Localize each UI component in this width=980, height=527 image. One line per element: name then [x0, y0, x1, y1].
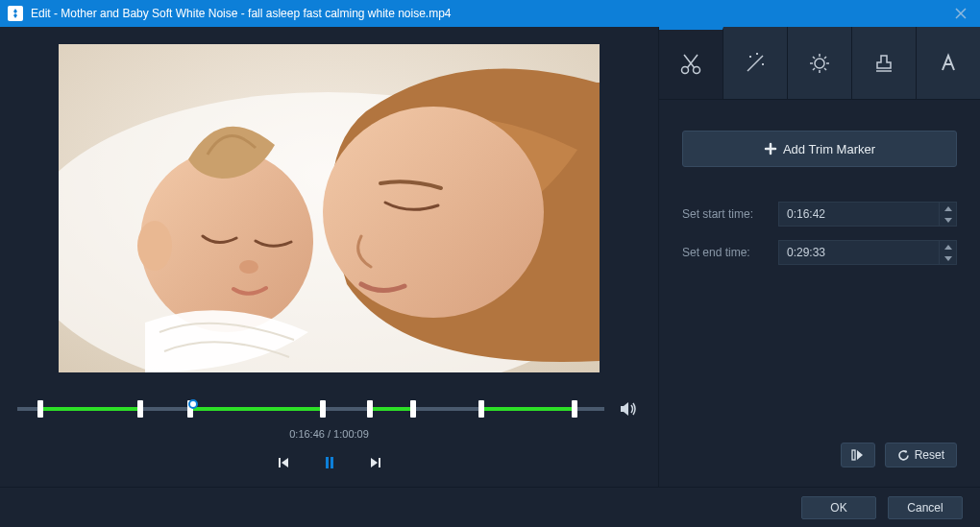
- trim-handle-end[interactable]: [137, 400, 143, 418]
- end-time-input-wrap: [778, 240, 957, 265]
- start-time-down[interactable]: [940, 214, 956, 226]
- start-time-input-wrap: [778, 202, 957, 227]
- add-trim-marker-label: Add Trim Marker: [783, 142, 875, 156]
- app-icon: [8, 6, 23, 21]
- end-time-input[interactable]: [779, 246, 939, 259]
- timeline-segment[interactable]: [481, 407, 576, 411]
- start-time-label: Set start time:: [682, 207, 778, 221]
- tab-adjust[interactable]: [788, 27, 852, 99]
- wand-icon: [743, 51, 768, 76]
- start-time-row: Set start time:: [682, 202, 957, 227]
- footer: OK Cancel: [0, 487, 980, 527]
- prev-frame-icon: [277, 456, 290, 469]
- trim-handle-end[interactable]: [320, 400, 326, 418]
- tab-watermark[interactable]: [852, 27, 917, 99]
- scissors-icon: [678, 52, 703, 77]
- svg-point-12: [815, 59, 824, 68]
- window-title: Edit - Mother and Baby Soft White Noise …: [31, 7, 942, 20]
- timeline-segment[interactable]: [370, 407, 414, 411]
- time-display: 0:16:46 / 1:00:09: [17, 428, 641, 440]
- svg-point-4: [137, 221, 172, 271]
- reset-button[interactable]: Reset: [885, 443, 957, 467]
- playhead[interactable]: [188, 399, 198, 409]
- playback-controls: [17, 453, 641, 472]
- svg-rect-9: [379, 458, 380, 467]
- preview-pane: 0:16:46 / 1:00:09: [0, 27, 658, 527]
- volume-button[interactable]: [616, 401, 641, 417]
- end-time-down[interactable]: [940, 252, 956, 264]
- svg-rect-7: [326, 457, 329, 468]
- next-frame-button[interactable]: [366, 453, 385, 472]
- end-time-row: Set end time:: [682, 240, 957, 265]
- add-trim-marker-button[interactable]: Add Trim Marker: [682, 131, 957, 167]
- play-pause-button[interactable]: [320, 453, 339, 472]
- chevron-down-icon: [944, 218, 952, 223]
- play-segment-icon: [851, 449, 865, 461]
- prev-frame-button[interactable]: [274, 453, 293, 472]
- ok-button[interactable]: OK: [801, 496, 876, 519]
- plus-icon: [764, 142, 777, 156]
- start-time-up[interactable]: [940, 203, 956, 214]
- chevron-down-icon: [944, 256, 952, 261]
- video-preview[interactable]: [59, 44, 600, 372]
- timeline-segment[interactable]: [190, 407, 322, 411]
- volume-icon: [620, 401, 637, 417]
- svg-point-11: [694, 67, 700, 74]
- tool-pane: Add Trim Marker Set start time: Set end …: [658, 27, 980, 527]
- tool-tabs: [659, 27, 980, 100]
- reset-label: Reset: [915, 448, 944, 462]
- svg-rect-13: [852, 450, 855, 460]
- chevron-up-icon: [944, 206, 952, 211]
- current-time: 0:16:46: [289, 428, 325, 440]
- reset-icon: [897, 449, 910, 462]
- cancel-button[interactable]: Cancel: [888, 496, 963, 519]
- chevron-up-icon: [944, 245, 952, 250]
- stamp-icon: [871, 51, 896, 76]
- play-segment-button[interactable]: [841, 443, 875, 467]
- trim-handle-end[interactable]: [572, 400, 577, 418]
- tab-trim[interactable]: [659, 27, 723, 99]
- trim-handle-end[interactable]: [410, 400, 416, 418]
- svg-point-2: [323, 107, 544, 318]
- trim-handle-start[interactable]: [367, 400, 373, 418]
- next-frame-icon: [369, 456, 382, 469]
- end-time-up[interactable]: [940, 241, 956, 252]
- end-time-label: Set end time:: [682, 246, 778, 259]
- svg-point-5: [239, 260, 258, 274]
- brightness-icon: [807, 51, 832, 76]
- text-icon: [936, 51, 961, 76]
- timeline-segment[interactable]: [40, 407, 140, 411]
- total-time: 1:00:09: [333, 428, 369, 440]
- timeline[interactable]: [17, 405, 604, 413]
- trim-handle-start[interactable]: [37, 400, 43, 418]
- title-bar: Edit - Mother and Baby Soft White Noise …: [0, 0, 980, 27]
- pause-icon: [323, 456, 336, 469]
- svg-rect-8: [331, 457, 333, 468]
- trim-handle-start[interactable]: [478, 400, 484, 418]
- tab-subtitle[interactable]: [917, 27, 980, 99]
- tab-effects[interactable]: [723, 27, 788, 99]
- close-icon: [955, 8, 967, 19]
- svg-point-10: [682, 67, 689, 74]
- svg-rect-6: [279, 458, 281, 467]
- close-button[interactable]: [942, 0, 980, 27]
- start-time-input[interactable]: [779, 207, 939, 221]
